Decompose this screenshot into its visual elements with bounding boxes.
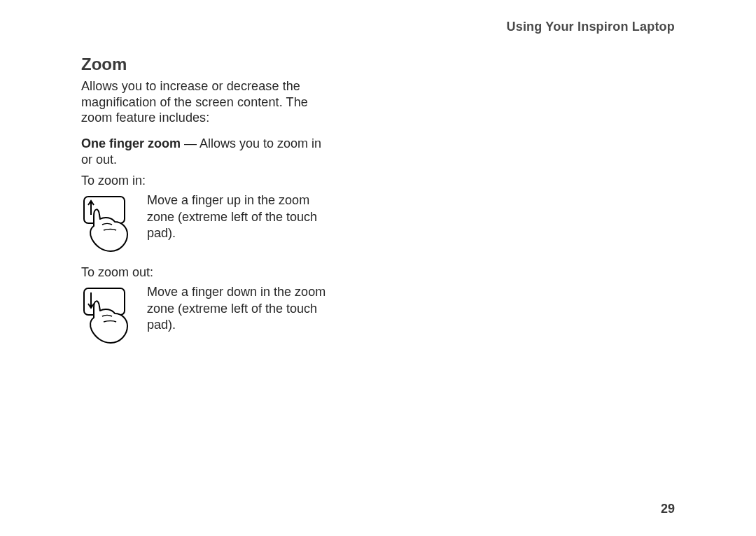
zoom-in-row: Move a finger up in the zoom zone (extre… <box>81 191 328 254</box>
manual-page: Using Your Inspiron Laptop Zoom Allows y… <box>0 0 756 536</box>
running-head: Using Your Inspiron Laptop <box>506 20 675 34</box>
feature-dash: — <box>181 136 200 150</box>
zoom-in-text: Move a finger up in the zoom zone (extre… <box>147 191 328 241</box>
feature-name: One finger zoom <box>81 136 181 150</box>
feature-line: One finger zoom — Allows you to zoom in … <box>81 136 328 169</box>
zoom-out-row: Move a finger down in the zoom zone (ext… <box>81 283 328 346</box>
intro-paragraph: Allows you to increase or decrease the m… <box>81 78 328 126</box>
section-heading: Zoom <box>81 55 328 74</box>
page-number: 29 <box>661 502 675 516</box>
zoom-in-label: To zoom in: <box>81 174 328 188</box>
zoom-out-label: To zoom out: <box>81 265 328 280</box>
main-column: Zoom Allows you to increase or decrease … <box>81 55 328 357</box>
zoom-out-text: Move a finger down in the zoom zone (ext… <box>147 283 328 333</box>
finger-up-icon <box>81 191 139 254</box>
finger-down-icon <box>81 283 139 346</box>
